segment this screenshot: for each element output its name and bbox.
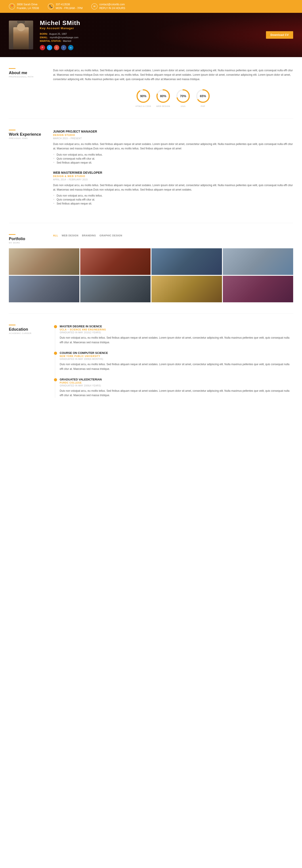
edu-text: Duis non volutpat arcu, eu mollis tellus… [60,362,293,371]
list-item: Quis consequat nulla effi citur at. [53,198,293,201]
skill-name: JAVA [180,105,186,107]
job-title: JUNIOR PROJECT MANAGER [53,130,293,133]
job-date: MARCH 2015 – PRESENT [53,137,293,140]
email-icon: ✉ [91,3,98,9]
education-label: Education [9,327,44,332]
edu-date: GRADUATED IN MAY 2009(6 MONTHS) [60,358,293,360]
portfolio-label: Portfolio [9,237,44,241]
education-entry: COURSE ON COMPUTER SCIENCE NEW YORK PUBL… [60,351,293,371]
education-sublabel: ACADEMIC CAREER [9,332,44,334]
top-bar: 📍 3008 Sarah Drive Franklin, LA 70538 📞 … [0,0,302,13]
phone-hours: MON - FRI,8AM - 7PM [56,6,82,10]
avatar [9,21,33,49]
education-entry: GRADUATED VALEDICTERIAN PURDC COLLEGE GR… [60,378,293,398]
job-date: APRIL 2014 – FEBRUARY 2015 [53,178,293,181]
facebook-icon[interactable]: f [61,45,66,50]
list-item: Sed finibus aliquam neque sit. [53,161,293,164]
portfolio-image [80,276,151,302]
list-item: Sed finibus aliquam neque sit. [53,202,293,205]
skills-row: 90% HTML5 & CSS3 80% WEB DESIGN 70% JAVA [53,88,293,107]
edu-text: Duis non volutpat arcu, eu mollis tellus… [60,389,293,398]
portfolio-item[interactable] [223,248,293,275]
download-cv-container: Download CV [266,31,293,39]
skill-percent: 65% [200,94,206,98]
list-item: Duis non volutpat arcu, eu mollis tellus… [53,153,293,156]
job-description: Duis non volutpat arcu, eu mollis tellus… [53,183,293,192]
portfolio-section: Portfolio MY WORK ALLWEB DESIGNBRANDINGG… [0,223,302,313]
hero-name: Michel SMith [40,20,259,27]
edu-school: NEW YORK PUBLIC UNIVERSITY [60,355,293,358]
portfolio-grid [9,248,293,302]
education-section-left: Education ACADEMIC CAREER [9,325,44,404]
work-sublabel: PREVIOUS JOBS [9,137,44,140]
edu-timeline-dot [54,352,57,355]
address-line1: 3008 Sarah Drive [17,3,39,6]
portfolio-sublabel: MY WORK [9,242,44,244]
portfolio-item[interactable] [9,276,79,302]
phone-number: 337-413538 [56,3,82,6]
linkedin-icon[interactable]: in [68,45,73,50]
social-icons-row: P t G f in [40,45,259,50]
job-company: DESIGN & WEB STUDIO [53,175,293,178]
skill-name: WEB DESIGN [156,105,170,107]
list-item: Duis non volutpat arcu, eu mollis tellus… [53,194,293,197]
portfolio-accent-bar [9,234,15,235]
google-icon[interactable]: G [54,45,59,50]
work-label: Work Experience [9,132,44,137]
education-accent-bar [9,325,15,326]
education-section: Education ACADEMIC CAREER MASTER DEGREE … [0,314,302,415]
about-section: About me PROFESSIONAL PATH Duis non volu… [0,57,302,118]
portfolio-filter-item[interactable]: BRANDING [82,234,96,237]
portfolio-item[interactable] [223,276,293,302]
edu-timeline-dot [54,325,57,328]
portfolio-image [152,276,222,302]
skill-percent: 80% [160,94,166,98]
about-section-left: About me PROFESSIONAL PATH [9,68,44,107]
address-info: 📍 3008 Sarah Drive Franklin, LA 70538 [9,3,39,10]
portfolio-item[interactable] [152,248,222,275]
work-content: JUNIOR PROJECT MANAGER DESIGN STUDIO MAR… [53,130,293,212]
education-entry: MASTER DEGREE IN SCIENCE UCLA – SCIENCE … [60,325,293,345]
edu-degree: COURSE ON COMPUTER SCIENCE [60,351,293,354]
portfolio-item[interactable] [9,248,79,275]
hero-job-title: Key Account Manager [40,27,259,30]
portfolio-filter-item[interactable]: WEB DESIGN [62,234,78,237]
job-entry: JUNIOR PROJECT MANAGER DESIGN STUDIO MAR… [53,130,293,164]
phone-icon: 📞 [48,3,54,9]
portfolio-image [223,276,293,302]
edu-timeline-dot [54,378,57,381]
job-company: DESIGN STUDIO [53,134,293,136]
portfolio-header-left: Portfolio MY WORK [9,234,44,244]
work-section-left: Work Experience PREVIOUS JOBS [9,130,44,212]
list-item: Quis consequat nulla effi citur at. [53,157,293,160]
portfolio-filter-item[interactable]: ALL [53,234,58,237]
portfolio-image [9,276,79,302]
download-cv-button[interactable]: Download CV [266,31,293,39]
about-label: About me [9,71,44,75]
portfolio-image [223,248,293,275]
about-accent-bar [9,68,15,69]
job-bullets: Duis non volutpat arcu, eu mollis tellus… [53,153,293,164]
education-content: MASTER DEGREE IN SCIENCE UCLA – SCIENCE … [53,325,293,404]
twitter-icon[interactable]: t [47,45,52,50]
skill-name: HTML5 & CSS3 [136,105,151,107]
pinterest-icon[interactable]: P [40,45,45,50]
portfolio-item[interactable] [80,248,151,275]
skill-donut: 65% [195,88,211,104]
portfolio-item[interactable] [152,276,222,302]
portfolio-image [80,248,151,275]
hero-email: EMAIL: mymith@mywebpage.com [40,36,259,39]
edu-school: UCLA – SCIENCE AND ENGINEERING [60,329,293,331]
about-content: Duis non volutpat arcu, eu mollis tellus… [53,68,293,107]
location-icon: 📍 [9,3,15,9]
portfolio-filter-item[interactable]: GRAPHIC DESIGN [99,234,122,237]
edu-text: Duis non volutpat arcu, eu mollis tellus… [60,336,293,345]
portfolio-item[interactable] [80,276,151,302]
edu-degree: MASTER DEGREE IN SCIENCE [60,325,293,328]
edu-degree: GRADUATED VALEDICTERIAN [60,378,293,381]
hero-section: Michel SMith Key Account Manager BORN: A… [0,13,302,57]
skill-item: 70% JAVA [175,88,191,107]
email-address: contact@colorlib.com [99,3,125,6]
skill-donut: 90% [136,88,151,104]
portfolio-image [152,248,222,275]
